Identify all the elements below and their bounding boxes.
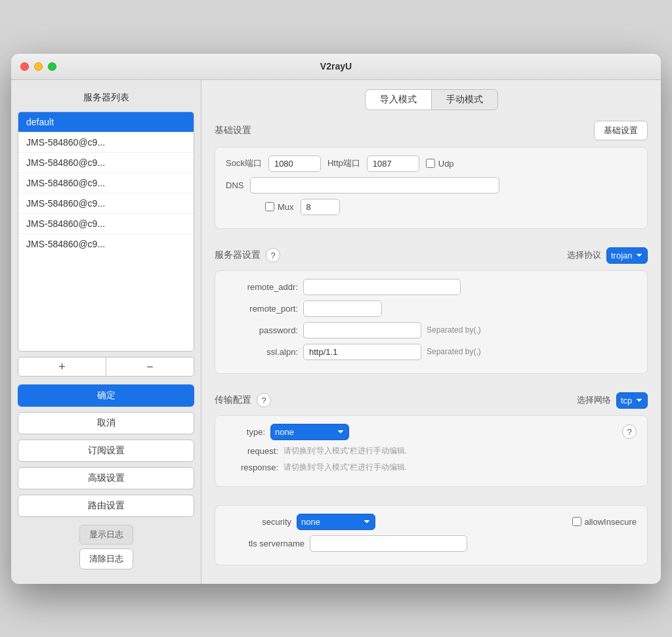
ssl-alpn-label: ssl.alpn: [226, 347, 298, 357]
dns-label: DNS [226, 180, 243, 190]
tab-manual-mode[interactable]: 手动模式 [431, 89, 498, 110]
remote-addr-input[interactable] [303, 279, 461, 295]
minimize-button[interactable] [34, 62, 43, 71]
sidebar-buttons: 确定 取消 订阅设置 高级设置 路由设置 显示日志 清除日志 [11, 377, 201, 577]
list-controls: + − [18, 357, 194, 377]
allow-insecure-wrapper: allowInsecure [572, 517, 637, 527]
cancel-button[interactable]: 取消 [18, 412, 194, 434]
response-row: response: 请切换到'导入模式'栏进行手动编辑. [226, 462, 637, 473]
basic-settings-box: Sock端口 Http端口 Udp DNS [215, 147, 648, 229]
type-select[interactable]: none [270, 424, 349, 440]
advanced-settings-button[interactable]: 高级设置 [18, 467, 194, 489]
protocol-select[interactable]: trojan [606, 247, 648, 264]
mode-tabs: 导入模式 手动模式 [215, 89, 648, 110]
http-port-label: Http端口 [327, 157, 360, 169]
mux-checkbox-wrapper: Mux [265, 202, 294, 212]
server-list[interactable]: defaultJMS-584860@c9...JMS-584860@c9...J… [18, 112, 194, 352]
add-server-button[interactable]: + [18, 358, 106, 376]
udp-checkbox[interactable] [426, 159, 435, 168]
server-list-item[interactable]: JMS-584860@c9... [18, 234, 194, 254]
sock-port-input[interactable] [268, 155, 321, 172]
transport-settings-help-button[interactable]: ? [257, 393, 271, 407]
dns-row: DNS [226, 177, 637, 194]
app-window: V2rayU 服务器列表 defaultJMS-584860@c9...JMS-… [11, 54, 661, 584]
titlebar: V2rayU [11, 54, 661, 80]
server-list-item[interactable]: JMS-584860@c9... [18, 133, 194, 153]
ssl-alpn-hint: Separated by(,) [427, 347, 481, 356]
server-settings-box: remote_addr: remote_port: password: Sepa… [215, 270, 648, 374]
close-button[interactable] [20, 62, 29, 71]
response-label: response: [226, 462, 278, 472]
password-hint: Separated by(,) [427, 325, 481, 335]
udp-label: Udp [438, 159, 454, 169]
remote-port-label: remote_port: [226, 304, 298, 314]
request-row: request: 请切换到'导入模式'栏进行手动编辑. [226, 445, 637, 457]
ssl-alpn-row: ssl.alpn: Separated by(,) [226, 344, 637, 360]
show-log-button[interactable]: 显示日志 [79, 525, 133, 545]
window-title: V2rayU [320, 61, 352, 72]
clear-log-button[interactable]: 清除日志 [79, 548, 133, 569]
mux-label: Mux [278, 202, 294, 212]
transport-settings-section: 传输配置 ? 选择网络 tcp type: none [215, 392, 648, 496]
tls-servername-input[interactable] [310, 535, 467, 552]
transport-settings-left: 传输配置 ? [215, 393, 271, 407]
response-hint: 请切换到'导入模式'栏进行手动编辑. [284, 462, 407, 473]
dns-input[interactable] [250, 177, 499, 194]
sidebar: 服务器列表 defaultJMS-584860@c9...JMS-584860@… [11, 80, 201, 584]
type-label: type: [226, 427, 265, 437]
tls-servername-label: tls servername [226, 539, 304, 548]
sock-port-row: Sock端口 Http端口 Udp [226, 155, 637, 172]
basic-settings-action-button[interactable]: 基础设置 [594, 121, 648, 140]
sidebar-title: 服务器列表 [11, 87, 201, 112]
server-settings-header: 服务器设置 ? 选择协议 trojan [215, 247, 648, 264]
protocol-label: 选择协议 [567, 249, 601, 261]
tls-servername-row: tls servername [226, 535, 637, 552]
server-list-item[interactable]: JMS-584860@c9... [18, 214, 194, 234]
network-select[interactable]: tcp [616, 392, 648, 409]
server-list-item[interactable]: JMS-584860@c9... [18, 194, 194, 214]
udp-checkbox-wrapper: Udp [426, 159, 454, 169]
server-list-item[interactable]: JMS-584860@c9... [18, 173, 194, 194]
allow-insecure-checkbox[interactable] [572, 517, 581, 526]
remove-server-button[interactable]: − [106, 358, 194, 376]
ssl-alpn-input[interactable] [303, 344, 421, 360]
sock-port-label: Sock端口 [226, 157, 262, 169]
subscription-settings-button[interactable]: 订阅设置 [18, 440, 194, 462]
tab-import-mode[interactable]: 导入模式 [365, 89, 431, 110]
remote-port-row: remote_port: [226, 300, 637, 317]
network-label: 选择网络 [577, 394, 611, 406]
server-settings-left: 服务器设置 ? [215, 248, 280, 262]
route-settings-button[interactable]: 路由设置 [18, 495, 194, 517]
traffic-lights [20, 62, 56, 71]
request-label: request: [226, 446, 278, 456]
password-input[interactable] [303, 322, 421, 339]
mux-value-input[interactable] [301, 199, 340, 215]
confirm-button[interactable]: 确定 [18, 384, 194, 407]
security-settings-section: security none allowInsecure tls serverna… [215, 505, 648, 565]
right-panel: 导入模式 手动模式 基础设置 基础设置 Sock端口 Http端口 [201, 80, 661, 584]
password-row: password: Separated by(,) [226, 322, 637, 339]
type-help-button[interactable]: ? [622, 424, 637, 439]
password-label: password: [226, 325, 298, 335]
maximize-button[interactable] [48, 62, 56, 71]
transport-settings-title: 传输配置 [215, 394, 251, 406]
main-content: 服务器列表 defaultJMS-584860@c9...JMS-584860@… [11, 80, 661, 584]
mux-checkbox[interactable] [265, 202, 274, 211]
transport-settings-box: type: none ? request: 请切换到'导入模式'栏进行手动编辑.… [215, 415, 648, 487]
mux-row: Mux [226, 199, 637, 215]
http-port-input[interactable] [367, 155, 419, 172]
type-row: type: none ? [226, 424, 637, 440]
security-select[interactable]: none [297, 514, 375, 530]
protocol-group: 选择协议 trojan [567, 247, 648, 264]
network-group: 选择网络 tcp [577, 392, 648, 409]
server-settings-help-button[interactable]: ? [266, 248, 280, 262]
basic-settings-header: 基础设置 基础设置 [215, 121, 648, 140]
basic-settings-section: 基础设置 基础设置 Sock端口 Http端口 Udp [215, 121, 648, 238]
server-settings-title: 服务器设置 [215, 249, 261, 261]
allow-insecure-label: allowInsecure [585, 517, 637, 527]
server-list-item[interactable]: default [18, 112, 194, 133]
request-hint: 请切换到'导入模式'栏进行手动编辑. [284, 445, 407, 457]
server-list-item[interactable]: JMS-584860@c9... [18, 153, 194, 173]
remote-addr-label: remote_addr: [226, 282, 298, 292]
remote-port-input[interactable] [303, 300, 382, 317]
